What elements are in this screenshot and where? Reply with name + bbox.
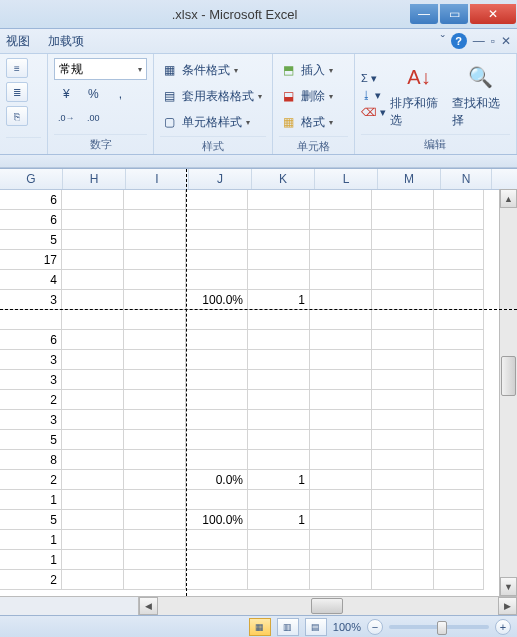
cell[interactable]	[310, 550, 372, 570]
cell[interactable]	[372, 250, 434, 270]
cell[interactable]	[62, 570, 124, 590]
conditional-format-button[interactable]: ▦ 条件格式 ▾	[160, 58, 266, 82]
cell[interactable]: 3	[0, 370, 62, 390]
cell[interactable]	[62, 310, 124, 330]
column-header-N[interactable]: N	[441, 169, 492, 189]
cell[interactable]: 1	[248, 510, 310, 530]
cell[interactable]: 0.0%	[186, 470, 248, 490]
sheet-tab-area[interactable]	[0, 597, 139, 615]
cell[interactable]: 2	[0, 390, 62, 410]
cell[interactable]	[248, 410, 310, 430]
cell[interactable]	[62, 410, 124, 430]
cell[interactable]	[310, 370, 372, 390]
cell[interactable]	[62, 510, 124, 530]
cell[interactable]	[62, 550, 124, 570]
cell[interactable]	[372, 490, 434, 510]
cell[interactable]	[434, 230, 484, 250]
cell[interactable]	[434, 350, 484, 370]
fill-button[interactable]: ⭳▾	[361, 89, 381, 102]
cell[interactable]	[372, 350, 434, 370]
cell[interactable]: 17	[0, 250, 62, 270]
cell[interactable]	[186, 390, 248, 410]
scroll-left-button[interactable]: ◀	[139, 597, 158, 615]
column-header-H[interactable]: H	[63, 169, 126, 189]
cell[interactable]	[310, 410, 372, 430]
cell[interactable]	[124, 330, 186, 350]
cell[interactable]	[434, 310, 484, 330]
cell[interactable]	[434, 370, 484, 390]
cell[interactable]	[186, 490, 248, 510]
cell[interactable]	[124, 390, 186, 410]
delete-button[interactable]: ⬓ 删除 ▾	[279, 84, 348, 108]
minimize-button[interactable]: —	[410, 4, 438, 24]
cell[interactable]	[186, 550, 248, 570]
cell[interactable]	[310, 450, 372, 470]
cell[interactable]	[124, 570, 186, 590]
cell[interactable]	[186, 310, 248, 330]
cell[interactable]	[310, 490, 372, 510]
cell[interactable]	[248, 210, 310, 230]
cell[interactable]	[372, 510, 434, 530]
cell[interactable]	[62, 250, 124, 270]
cell[interactable]	[310, 390, 372, 410]
cell[interactable]	[124, 450, 186, 470]
scroll-right-button[interactable]: ▶	[498, 597, 517, 615]
clear-button[interactable]: ⌫▾	[361, 106, 386, 119]
cell[interactable]	[124, 270, 186, 290]
cell[interactable]	[434, 190, 484, 210]
cell[interactable]	[124, 510, 186, 530]
cell[interactable]	[248, 190, 310, 210]
cell[interactable]	[62, 330, 124, 350]
cell[interactable]	[434, 550, 484, 570]
cell[interactable]: 1	[0, 550, 62, 570]
number-format-combo[interactable]: 常规 ▾	[54, 58, 147, 80]
cell[interactable]	[434, 290, 484, 310]
cell[interactable]	[124, 550, 186, 570]
cell[interactable]	[186, 430, 248, 450]
hscroll-track[interactable]	[158, 597, 498, 615]
cell[interactable]: 5	[0, 510, 62, 530]
cell[interactable]	[248, 490, 310, 510]
cell[interactable]	[372, 430, 434, 450]
cell[interactable]	[310, 250, 372, 270]
cell[interactable]	[124, 470, 186, 490]
cell[interactable]	[248, 430, 310, 450]
normal-view-button[interactable]: ▦	[249, 618, 271, 636]
cell[interactable]	[434, 410, 484, 430]
cell[interactable]: 6	[0, 330, 62, 350]
cell[interactable]	[186, 210, 248, 230]
cell[interactable]	[372, 410, 434, 430]
cell[interactable]: 1	[248, 290, 310, 310]
cell[interactable]	[372, 570, 434, 590]
cell[interactable]	[372, 210, 434, 230]
cell[interactable]: 100.0%	[186, 510, 248, 530]
cell[interactable]: 1	[0, 530, 62, 550]
cell[interactable]	[62, 230, 124, 250]
cell[interactable]	[124, 250, 186, 270]
cell[interactable]	[310, 570, 372, 590]
cell[interactable]	[124, 430, 186, 450]
cell[interactable]	[248, 530, 310, 550]
cell[interactable]	[434, 430, 484, 450]
cell[interactable]: 2	[0, 470, 62, 490]
cell[interactable]	[434, 210, 484, 230]
cell[interactable]	[62, 470, 124, 490]
close-button[interactable]: ✕	[470, 4, 516, 24]
cell[interactable]	[186, 450, 248, 470]
comma-icon[interactable]: ,	[108, 84, 132, 104]
cell[interactable]: 4	[0, 270, 62, 290]
cell[interactable]: 5	[0, 230, 62, 250]
increase-decimal-icon[interactable]: .0→	[54, 108, 78, 128]
insert-button[interactable]: ⬒ 插入 ▾	[279, 58, 348, 82]
cell[interactable]: 8	[0, 450, 62, 470]
column-header-K[interactable]: K	[252, 169, 315, 189]
cell[interactable]	[124, 370, 186, 390]
cell[interactable]	[62, 530, 124, 550]
zoom-out-button[interactable]: −	[367, 619, 383, 635]
column-header-L[interactable]: L	[315, 169, 378, 189]
cell[interactable]	[310, 190, 372, 210]
cell[interactable]: 3	[0, 290, 62, 310]
zoom-knob[interactable]	[437, 621, 447, 635]
cell[interactable]: 6	[0, 190, 62, 210]
cell[interactable]	[248, 230, 310, 250]
